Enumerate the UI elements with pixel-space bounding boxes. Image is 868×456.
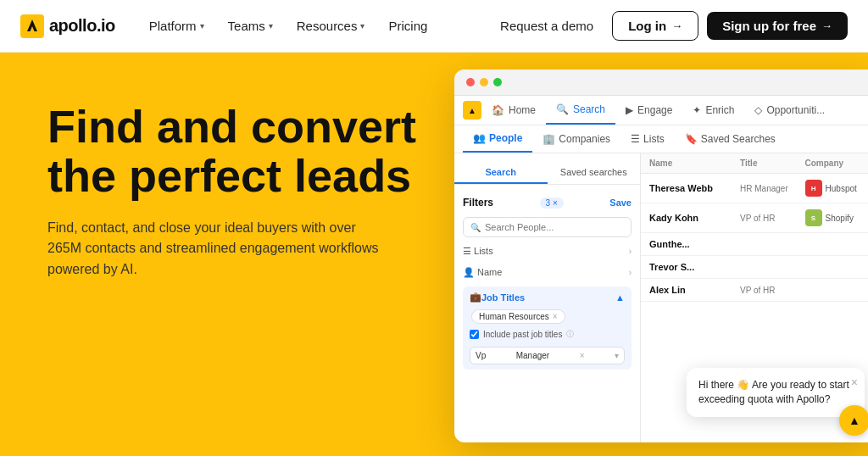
filters-label: Filters xyxy=(463,197,493,209)
td-title: VP of HR xyxy=(740,286,804,295)
chevron-down-icon: ▾ xyxy=(269,21,273,31)
manager-value: Manager xyxy=(516,351,549,360)
chat-close-button[interactable]: × xyxy=(851,375,858,392)
subnav-people[interactable]: 👥 People xyxy=(463,125,532,153)
app-logo: ▲ xyxy=(463,101,481,120)
nav-pricing[interactable]: Pricing xyxy=(378,14,437,38)
login-button[interactable]: Log in → xyxy=(612,11,698,41)
info-icon: ⓘ xyxy=(566,329,574,340)
job-titles-header: 💼 Job Titles ▲ xyxy=(470,292,625,303)
search-box[interactable]: 🔍 xyxy=(463,217,632,237)
chat-greeting: Hi there 👋 Are you ready to start exceed… xyxy=(698,379,849,405)
job-title-tag-hr: Human Resources × xyxy=(471,309,565,324)
nav-teams[interactable]: Teams ▾ xyxy=(218,14,283,38)
td-name: Theresa Webb xyxy=(649,183,740,193)
col-name: Name xyxy=(649,158,740,168)
search-icon: 🔍 xyxy=(556,103,569,115)
chevron-down-icon: ▾ xyxy=(360,21,364,31)
navbar: apollo.io Platform ▾ Teams ▾ Resources ▾… xyxy=(0,0,868,53)
include-past-checkbox[interactable] xyxy=(470,330,479,339)
chevron-icon: › xyxy=(629,268,632,277)
subnav-lists[interactable]: ☰ Lists xyxy=(620,126,675,152)
app-nav-search[interactable]: 🔍 Search xyxy=(546,96,615,125)
engage-icon: ▶ xyxy=(626,104,633,116)
nav-platform[interactable]: Platform ▾ xyxy=(139,14,214,38)
table-row: Theresa Webb HR Manager H Hubspot xyxy=(641,174,868,203)
apollo-logo-icon xyxy=(20,14,44,38)
app-nav-engage[interactable]: ▶ Engage xyxy=(615,97,682,124)
company-logo-hubspot: H xyxy=(805,180,822,197)
sidebar-tab-search[interactable]: Search xyxy=(454,162,548,184)
chevron-up-icon: ▲ xyxy=(615,292,625,303)
app-top-nav: ▲ 🏠 Home 🔍 Search ▶ Engage ✦ Enrich xyxy=(454,96,868,125)
logo[interactable]: apollo.io xyxy=(20,14,115,38)
enrich-icon: ✦ xyxy=(693,104,701,116)
save-button[interactable]: Save xyxy=(609,197,632,208)
app-content: Search Saved searches Filters 3 × Save 🔍 xyxy=(454,153,868,442)
briefcase-icon: 💼 xyxy=(470,292,481,303)
job-titles-section: 💼 Job Titles ▲ Human Resources × xyxy=(463,286,632,370)
sidebar-tabs: Search Saved searches xyxy=(454,162,640,185)
window-expand-dot xyxy=(493,78,502,86)
job-title-tags: Human Resources × xyxy=(470,308,625,325)
app-mockup: ▲ 🏠 Home 🔍 Search ▶ Engage ✦ Enrich xyxy=(454,70,868,442)
sidebar-tab-saved[interactable]: Saved searches xyxy=(548,162,641,184)
subnav-companies[interactable]: 🏢 Companies xyxy=(532,126,620,152)
td-title: HR Manager xyxy=(740,184,804,193)
app-window: ▲ 🏠 Home 🔍 Search ▶ Engage ✦ Enrich xyxy=(454,70,868,442)
table-row: Gunthe... xyxy=(641,233,868,256)
nav-actions: Request a demo Log in → Sign up for free… xyxy=(490,11,848,41)
arrow-right-icon: → xyxy=(671,19,682,32)
filter-badge: 3 × xyxy=(540,197,564,209)
arrow-right-icon: → xyxy=(821,19,832,32)
chat-bubble: × Hi there 👋 Are you ready to start exce… xyxy=(687,368,865,417)
subnav-saved-searches[interactable]: 🔖 Saved Searches xyxy=(675,126,786,152)
app-nav-enrich[interactable]: ✦ Enrich xyxy=(682,97,744,124)
table-header: Name Title Company xyxy=(641,153,868,174)
include-past-row: Include past job titles ⓘ xyxy=(470,325,625,343)
window-controls xyxy=(454,70,868,96)
table-row: Kady Kohn VP of HR S Shopify xyxy=(641,203,868,233)
vp-input[interactable]: Vp Manager × ▾ xyxy=(470,347,625,364)
td-name: Trevor S... xyxy=(649,262,740,272)
nav-resources[interactable]: Resources ▾ xyxy=(287,14,376,38)
company-logo-shopify: S xyxy=(805,209,822,226)
window-close-dot xyxy=(466,78,475,86)
dropdown-icon: ▾ xyxy=(615,351,619,360)
logo-text: apollo.io xyxy=(49,16,115,36)
filters-row: Filters 3 × Save xyxy=(454,192,640,214)
app-nav-home[interactable]: 🏠 Home xyxy=(481,97,546,124)
hero-text: Find and convert the perfect leads Find,… xyxy=(47,93,454,281)
app-main-table: Name Title Company Theresa Webb HR Manag… xyxy=(641,153,868,442)
table-row: Trevor S... xyxy=(641,256,868,279)
col-company: Company xyxy=(805,158,868,168)
request-demo-link[interactable]: Request a demo xyxy=(490,12,604,40)
search-input[interactable] xyxy=(485,222,624,232)
table-row: Alex Lin VP of HR xyxy=(641,279,868,302)
remove-icon: × xyxy=(580,351,585,360)
app-sidebar: Search Saved searches Filters 3 × Save 🔍 xyxy=(454,153,641,442)
chevron-down-icon: ▾ xyxy=(200,21,204,31)
nav-links: Platform ▾ Teams ▾ Resources ▾ Pricing xyxy=(139,14,490,38)
hero-section: Find and convert the perfect leads Find,… xyxy=(0,53,868,456)
saved-searches-icon: 🔖 xyxy=(685,133,698,145)
chat-avatar[interactable]: ▲ xyxy=(839,405,868,436)
td-title: VP of HR xyxy=(740,214,804,223)
remove-tag-icon[interactable]: × xyxy=(553,312,558,321)
hero-title: Find and convert the perfect leads xyxy=(47,102,454,201)
td-name: Gunthe... xyxy=(649,239,740,249)
lists-icon: ☰ xyxy=(631,133,640,145)
filter-item-name[interactable]: 👤 Name › xyxy=(454,262,640,283)
app-nav-opportunities[interactable]: ◇ Opportuniti... xyxy=(744,97,835,124)
home-icon: 🏠 xyxy=(492,104,504,116)
app-sub-nav: 👥 People 🏢 Companies ☰ Lists 🔖 Saved Sea… xyxy=(454,125,868,153)
signup-button[interactable]: Sign up for free → xyxy=(707,12,848,40)
companies-icon: 🏢 xyxy=(542,133,555,145)
window-minimize-dot xyxy=(480,78,488,86)
filter-item-lists[interactable]: ☰ Lists › xyxy=(454,241,640,262)
hero-description: Find, contact, and close your ideal buye… xyxy=(47,218,387,281)
apollo-avatar-icon: ▲ xyxy=(849,414,860,427)
td-company: H Hubspot xyxy=(805,180,868,197)
opportunities-icon: ◇ xyxy=(754,104,762,116)
td-name: Alex Lin xyxy=(649,285,740,295)
